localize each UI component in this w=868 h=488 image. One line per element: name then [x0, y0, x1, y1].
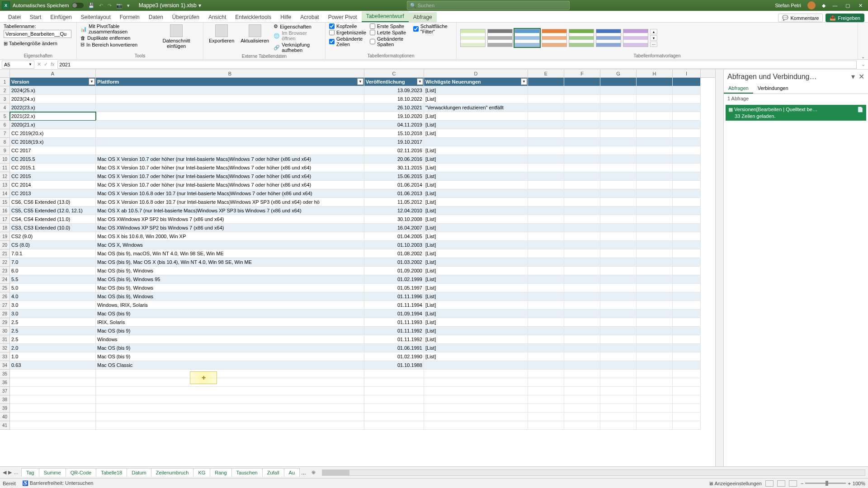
cell[interactable]: Mac OS (bis 9)	[96, 352, 364, 361]
cell[interactable]: 01.06.2014	[364, 181, 424, 189]
horizontal-scrollbar[interactable]	[322, 469, 865, 476]
cell[interactable]	[528, 155, 564, 164]
style-gallery-more[interactable]: ⋯	[650, 42, 657, 47]
cell[interactable]	[528, 327, 564, 335]
cell[interactable]: 01.03.2002	[364, 258, 424, 267]
cell[interactable]	[424, 138, 528, 146]
cell[interactable]	[637, 267, 673, 275]
cell[interactable]	[10, 378, 96, 387]
row-head[interactable]: 20	[0, 241, 10, 249]
pane-close-icon[interactable]: ✕	[859, 72, 864, 81]
slicer-button[interactable]: Datenschnitt einfügen	[153, 23, 199, 50]
cell[interactable]	[10, 395, 96, 404]
cell[interactable]	[637, 95, 673, 103]
tab-seitenlayout[interactable]: Seitenlayout	[76, 12, 115, 22]
cell[interactable]: 01.11.1996	[364, 292, 424, 301]
cell[interactable]	[637, 206, 673, 215]
cell[interactable]	[673, 404, 701, 413]
cell[interactable]: IRIX, Solaris	[96, 318, 364, 327]
row-head[interactable]: 7	[0, 129, 10, 138]
cell[interactable]	[637, 395, 673, 404]
row-head[interactable]: 11	[0, 164, 10, 172]
row-head[interactable]: 17	[0, 215, 10, 224]
cell[interactable]: [List]	[424, 249, 528, 258]
cell[interactable]: Wichtigste Neuerungen▼	[424, 78, 528, 86]
cell[interactable]	[528, 164, 564, 172]
cell[interactable]: [List]	[424, 224, 528, 232]
cell[interactable]	[673, 378, 701, 387]
col-head-I[interactable]: I	[673, 70, 701, 77]
camera-icon[interactable]: 📷	[116, 3, 123, 9]
cell[interactable]	[424, 361, 528, 370]
cell[interactable]	[637, 189, 673, 198]
cell[interactable]	[564, 241, 600, 249]
cell[interactable]: [List]	[424, 146, 528, 155]
row-head[interactable]: 37	[0, 387, 10, 395]
enter-formula-icon[interactable]: ✓	[44, 61, 48, 67]
dedup-button[interactable]: 🗑 Duplikate entfernen	[80, 35, 151, 41]
cell[interactable]	[528, 129, 564, 138]
cell[interactable]	[528, 232, 564, 241]
cell[interactable]	[600, 327, 637, 335]
cell[interactable]	[637, 327, 673, 335]
cell[interactable]: [List]	[424, 241, 528, 249]
row-head[interactable]: 6	[0, 121, 10, 129]
row-head[interactable]: 14	[0, 189, 10, 198]
cell[interactable]	[96, 86, 364, 95]
cell[interactable]: Mac OS (bis 9), Windows	[96, 267, 364, 275]
cell[interactable]: [List]	[424, 189, 528, 198]
query-refresh-icon[interactable]: 📄	[857, 107, 863, 113]
cell[interactable]	[637, 284, 673, 292]
cell[interactable]	[637, 404, 673, 413]
cell[interactable]	[600, 78, 637, 86]
cell[interactable]	[600, 395, 637, 404]
cell[interactable]: CC 2015.5	[10, 155, 96, 164]
cell[interactable]: 01.06.1991	[364, 344, 424, 352]
cell[interactable]	[424, 395, 528, 404]
cell[interactable]: Mac OS (bis 9), Windows	[96, 284, 364, 292]
cell[interactable]	[673, 395, 701, 404]
cell[interactable]	[564, 404, 600, 413]
cell[interactable]	[673, 103, 701, 112]
cell[interactable]	[673, 78, 701, 86]
tab-einfügen[interactable]: Einfügen	[46, 12, 76, 22]
row-head[interactable]: 25	[0, 284, 10, 292]
cell[interactable]	[564, 378, 600, 387]
cell[interactable]	[673, 232, 701, 241]
cell[interactable]: Mac OS X Version 10.7 oder höher (nur In…	[96, 155, 364, 164]
toggle-switch-icon[interactable]	[72, 3, 84, 8]
style-gallery-more[interactable]: ▾	[650, 35, 657, 41]
cell[interactable]: 3.0	[10, 301, 96, 310]
row-head[interactable]: 27	[0, 301, 10, 310]
cell[interactable]: CC 2017	[10, 146, 96, 155]
cell[interactable]	[637, 103, 673, 112]
cell[interactable]: CS5, CS5 Extended (12.0, 12.1)	[10, 206, 96, 215]
cell[interactable]	[564, 249, 600, 258]
cell[interactable]	[637, 378, 673, 387]
row-head[interactable]: 16	[0, 206, 10, 215]
cell[interactable]: 3.0	[10, 310, 96, 318]
cell[interactable]: Plattform▼	[96, 78, 364, 86]
col-head-G[interactable]: G	[600, 70, 637, 77]
row-head[interactable]: 34	[0, 361, 10, 370]
cell[interactable]	[637, 215, 673, 224]
qat-more-icon[interactable]: ▾	[127, 3, 130, 9]
cell[interactable]	[600, 181, 637, 189]
cell[interactable]	[600, 292, 637, 301]
cell[interactable]	[673, 421, 701, 430]
cell[interactable]	[637, 301, 673, 310]
sheet-nav-next[interactable]: ▶	[8, 469, 12, 475]
cell[interactable]: Windows, IRIX, Solaris	[96, 301, 364, 310]
cell[interactable]	[673, 387, 701, 395]
cell[interactable]: 15.06.2015	[364, 172, 424, 181]
cell[interactable]	[424, 370, 528, 378]
zoom-level[interactable]: 100%	[853, 481, 865, 486]
cell[interactable]: 15.10.2018	[364, 129, 424, 138]
cell[interactable]: 7.0	[10, 258, 96, 267]
row-head[interactable]: 40	[0, 413, 10, 421]
cell[interactable]	[600, 249, 637, 258]
add-sheet-button[interactable]: ⊕	[308, 468, 319, 477]
fx-icon[interactable]: fx	[51, 61, 55, 67]
chk-last-col[interactable]: Letzte Spalte	[370, 30, 410, 35]
cell[interactable]	[564, 395, 600, 404]
